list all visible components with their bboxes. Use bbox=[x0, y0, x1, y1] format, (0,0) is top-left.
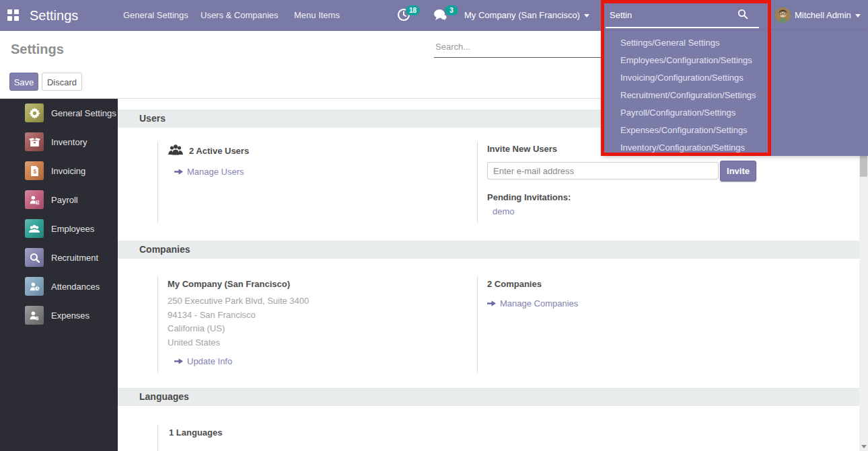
nav-item-general-settings[interactable]: General Settings bbox=[123, 0, 188, 31]
company-name: My Company (San Francisco) bbox=[168, 279, 464, 289]
settings-search-input[interactable] bbox=[434, 38, 602, 58]
attendance-icon bbox=[25, 277, 44, 296]
active-users-box: 2 Active Users Manage Users bbox=[157, 141, 477, 223]
gear-icon bbox=[25, 104, 44, 122]
manage-users-link[interactable]: Manage Users bbox=[168, 167, 464, 177]
company-switcher-label: My Company (San Francisco) bbox=[464, 10, 580, 20]
search-result-item[interactable]: Invoicing/Configuration/Settings bbox=[602, 69, 868, 87]
svg-text:$: $ bbox=[33, 167, 36, 174]
manage-companies-link[interactable]: Manage Companies bbox=[487, 298, 783, 309]
save-button[interactable]: Save bbox=[9, 73, 38, 91]
users-group-icon bbox=[168, 144, 184, 157]
section-header-languages: Languages bbox=[118, 388, 859, 406]
search-underline bbox=[606, 27, 759, 28]
payroll-icon: $ bbox=[25, 190, 44, 209]
active-users-count: 2 Active Users bbox=[189, 146, 249, 156]
discard-button[interactable]: Discard bbox=[42, 73, 82, 91]
menu-search-box bbox=[602, 0, 770, 31]
user-name: Mitchell Admin bbox=[795, 0, 861, 31]
sidebar-item-recruitment[interactable]: Recruitment bbox=[0, 243, 118, 272]
page-title: Settings bbox=[11, 42, 64, 57]
menu-search-dropdown: Settings/General Settings Employees/Conf… bbox=[602, 31, 868, 156]
languages-count: 1 Languages bbox=[169, 427, 464, 438]
scrollbar-thumb[interactable] bbox=[860, 156, 867, 177]
nav-item-menu-items[interactable]: Menu Items bbox=[294, 0, 340, 31]
sidebar-item-inventory[interactable]: Inventory bbox=[0, 128, 118, 157]
update-info-link[interactable]: Update Info bbox=[168, 356, 464, 366]
invite-button[interactable]: Invite bbox=[720, 161, 756, 181]
company-info-box: My Company (San Francisco) 250 Executive… bbox=[157, 276, 477, 373]
company-address: 250 Executive Park Blvd, Suite 3400 9413… bbox=[168, 294, 464, 350]
sidebar-item-attendances[interactable]: Attendances bbox=[0, 272, 118, 301]
sidebar-item-invoicing[interactable]: $ Invoicing bbox=[0, 157, 118, 186]
arrow-right-icon bbox=[174, 357, 183, 366]
activities-badge: 18 bbox=[406, 5, 420, 15]
scrollbar-down-arrow-icon[interactable] bbox=[861, 445, 867, 448]
messages-badge: 3 bbox=[445, 5, 458, 15]
nav-item-users-companies[interactable]: Users & Companies bbox=[201, 0, 279, 31]
arrow-right-icon bbox=[174, 167, 183, 176]
employees-icon bbox=[25, 219, 44, 238]
pending-user-link[interactable]: demo bbox=[487, 206, 783, 216]
chevron-down-icon bbox=[584, 14, 589, 17]
search-result-item[interactable]: Payroll/Configuration/Settings bbox=[602, 104, 868, 122]
pending-invitations-label: Pending Invitations: bbox=[487, 192, 783, 202]
user-avatar bbox=[775, 7, 791, 23]
search-icon[interactable] bbox=[737, 9, 748, 19]
expenses-icon: $ bbox=[25, 306, 44, 325]
search-result-item[interactable]: Expenses/Configuration/Settings bbox=[602, 122, 868, 139]
search-result-item[interactable]: Employees/Configuration/Settings bbox=[602, 52, 868, 69]
search-result-item[interactable]: Inventory/Configuration/Settings bbox=[602, 139, 868, 157]
sidebar-item-expenses[interactable]: $ Expenses bbox=[0, 301, 118, 330]
companies-count-box: 2 Companies Manage Companies bbox=[477, 276, 797, 373]
invite-email-input[interactable] bbox=[487, 162, 719, 179]
chevron-down-icon bbox=[855, 14, 861, 17]
svg-text:$: $ bbox=[36, 315, 39, 321]
sidebar-item-general-settings[interactable]: General Settings bbox=[0, 99, 118, 128]
companies-count: 2 Companies bbox=[487, 279, 783, 289]
arrow-right-icon bbox=[487, 299, 496, 308]
invoice-icon: $ bbox=[25, 161, 44, 180]
section-header-companies: Companies bbox=[118, 241, 859, 259]
box-icon bbox=[25, 132, 44, 151]
search-result-item[interactable]: Recruitment/Configuration/Settings bbox=[602, 87, 868, 104]
apps-menu-icon[interactable] bbox=[7, 9, 20, 22]
odoo-settings-screen: Settings General Settings Users & Compan… bbox=[0, 0, 868, 451]
company-switcher[interactable]: My Company (San Francisco) bbox=[464, 0, 589, 31]
recruitment-icon bbox=[25, 248, 44, 267]
menu-search-input[interactable] bbox=[606, 6, 759, 24]
app-brand-title: Settings bbox=[30, 0, 78, 31]
sidebar-item-employees[interactable]: Employees bbox=[0, 214, 118, 243]
sidebar-item-payroll[interactable]: $ Payroll bbox=[0, 186, 118, 214]
search-result-item[interactable]: Settings/General Settings bbox=[602, 34, 868, 52]
vertical-scrollbar[interactable] bbox=[859, 156, 868, 451]
settings-sidebar: General Settings Inventory $ Invoicing $… bbox=[0, 99, 118, 451]
languages-box: 1 Languages Manage Languages bbox=[157, 425, 477, 451]
